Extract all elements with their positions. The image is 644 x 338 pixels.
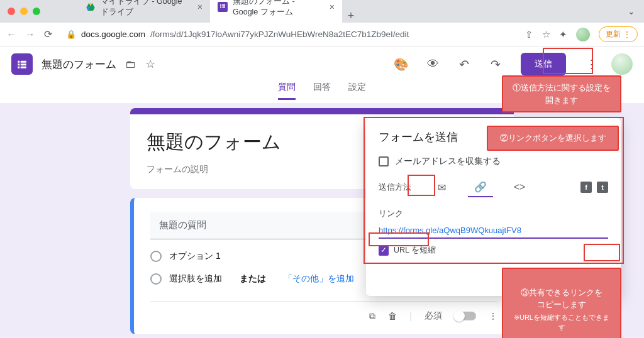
browser-tabs: マイドライブ - Google ドライブ × 無題のフォーム - Google … [78, 0, 360, 23]
tab-title: 無題のフォーム - Google フォーム [233, 0, 322, 18]
profile-avatar[interactable] [576, 28, 590, 41]
required-label: 必須 [425, 310, 442, 322]
duplicate-icon[interactable]: ⧉ [369, 311, 375, 322]
preview-icon[interactable]: 👁 [421, 57, 444, 71]
annotation-box-1 [543, 48, 593, 74]
document-title[interactable]: 無題のフォーム [42, 57, 116, 72]
reload-icon[interactable]: ⟳ [44, 28, 52, 40]
browser-update-button[interactable]: 更新 ⋮ [599, 26, 638, 42]
undo-icon[interactable]: ↶ [453, 57, 475, 72]
annotation-box-3 [584, 244, 620, 261]
svg-rect-10 [18, 63, 19, 65]
lock-icon: 🔒 [66, 30, 76, 39]
svg-rect-6 [220, 6, 221, 8]
svg-rect-9 [21, 61, 26, 63]
star-document-icon[interactable]: ☆ [145, 57, 155, 71]
share-icon[interactable]: ⇧ [525, 29, 533, 40]
url-path: /forms/d/1Jqk917loAwni77ykPJZnWuHEbWreN8… [150, 30, 409, 39]
required-toggle[interactable] [455, 312, 476, 320]
svg-rect-8 [18, 61, 19, 63]
drive-favicon [86, 2, 96, 12]
forward-icon: → [25, 29, 35, 40]
add-option-text[interactable]: 選択肢を追加 [169, 273, 222, 285]
question-more-icon[interactable]: ⋮ [489, 311, 497, 321]
forms-logo-icon[interactable] [11, 53, 33, 75]
browser-tab-forms[interactable]: 無題のフォーム - Google フォーム × [210, 0, 342, 23]
minimize-window-icon[interactable] [20, 8, 28, 15]
delete-icon[interactable]: 🗑 [388, 311, 397, 321]
or-text: または [240, 273, 266, 285]
new-tab-button[interactable]: + [342, 9, 360, 23]
theme-icon[interactable]: 🎨 [390, 57, 413, 72]
svg-rect-11 [21, 63, 26, 65]
window-controls [8, 8, 40, 15]
address-bar[interactable]: 🔒 docs.google.com/forms/d/1Jqk917loAwni7… [60, 26, 518, 43]
move-folder-icon[interactable]: 🗀 [125, 58, 136, 71]
annotation-label-1: ①送信方法に関する設定を 開きます [502, 75, 621, 112]
url-host: docs.google.com [81, 30, 145, 39]
svg-rect-5 [222, 4, 225, 6]
forms-favicon [218, 2, 228, 12]
svg-rect-12 [18, 67, 19, 68]
svg-rect-4 [220, 4, 221, 6]
svg-rect-13 [21, 67, 26, 68]
back-icon[interactable]: ← [6, 29, 16, 40]
tabs-chevron-icon[interactable]: ⌄ [628, 6, 635, 16]
redo-icon[interactable]: ↷ [484, 57, 507, 72]
tab-questions[interactable]: 質問 [278, 82, 296, 100]
tab-responses[interactable]: 回答 [313, 82, 331, 98]
radio-icon [150, 273, 162, 285]
svg-rect-7 [222, 6, 225, 8]
radio-icon [150, 251, 162, 262]
option-label[interactable]: オプション 1 [169, 251, 221, 262]
close-tab-icon[interactable]: × [330, 2, 335, 12]
close-tab-icon[interactable]: × [197, 2, 203, 12]
star-icon[interactable]: ☆ [542, 29, 550, 40]
maximize-window-icon[interactable] [33, 8, 40, 15]
annotation-box-shorten [369, 232, 429, 246]
tab-settings[interactable]: 設定 [348, 82, 366, 98]
annotation-label-3: ③共有できるリンクを コピーします ※URLを短縮することもできます [502, 268, 621, 338]
account-avatar[interactable] [611, 53, 633, 75]
add-other-link[interactable]: 「その他」を追加 [284, 273, 354, 285]
browser-tab-drive[interactable]: マイドライブ - Google ドライブ × [78, 0, 210, 23]
tab-title: マイドライブ - Google ドライブ [101, 0, 190, 18]
annotation-box-2 [408, 175, 435, 196]
browser-chrome: マイドライブ - Google ドライブ × 無題のフォーム - Google … [0, 0, 644, 46]
extensions-icon[interactable]: ✦ [559, 29, 567, 40]
annotation-label-2: ②リンクボタンを選択します [487, 126, 619, 151]
close-window-icon[interactable] [8, 8, 15, 15]
